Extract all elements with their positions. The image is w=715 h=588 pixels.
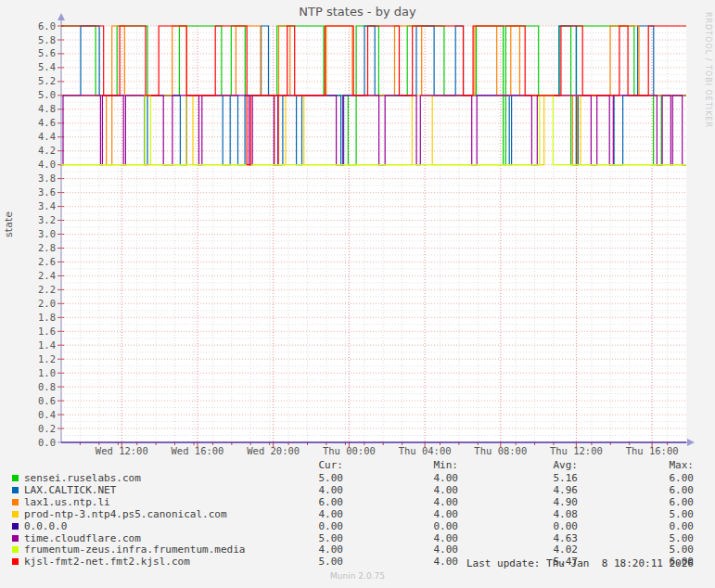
series-max: 6.00 — [582, 484, 694, 496]
last-update: Last update: Thu Jan 8 18:20:11 2026 — [466, 557, 694, 569]
legend: Cur: Min: Avg: Max: sensei.ruselabs.com5… — [0, 0, 715, 588]
series-color-swatch — [12, 546, 19, 553]
series-min: 4.00 — [347, 508, 458, 520]
series-max: 5.00 — [582, 532, 694, 544]
series-max: 6.00 — [582, 472, 694, 484]
legend-header: Cur: Min: Avg: Max: — [0, 459, 715, 471]
series-avg: 4.63 — [466, 532, 578, 544]
legend-header-cur: Cur: — [232, 459, 343, 471]
series-max: 5.00 — [582, 508, 694, 520]
series-color-swatch — [12, 487, 19, 493]
series-avg: 0.00 — [466, 520, 578, 532]
series-cur: 4.00 — [232, 484, 343, 496]
series-min: 4.00 — [347, 484, 458, 496]
legend-header-max: Max: — [582, 459, 694, 471]
series-cur: 0.00 — [232, 520, 343, 532]
series-label: frumentum-zeus.infra.frumentum.media — [24, 543, 245, 556]
legend-header-min: Min: — [347, 459, 458, 471]
series-min: 0.00 — [347, 520, 458, 532]
series-max: 0.00 — [582, 520, 694, 532]
legend-row: sensei.ruselabs.com5.004.005.166.00 — [0, 472, 715, 484]
series-cur: 4.00 — [232, 508, 343, 520]
series-avg: 4.96 — [466, 484, 578, 496]
series-cur: 5.00 — [232, 532, 343, 544]
series-color-swatch — [12, 535, 19, 542]
series-cur: 6.00 — [232, 496, 343, 508]
series-color-swatch — [12, 523, 19, 530]
legend-row: prod-ntp-3.ntp4.ps5.canonical.com4.004.0… — [0, 508, 715, 520]
series-color-swatch — [12, 558, 19, 565]
series-label: LAX.CALTICK.NET — [24, 484, 116, 496]
series-label: 0.0.0.0 — [24, 520, 67, 532]
series-cur: 4.00 — [232, 543, 343, 556]
legend-row: time.cloudflare.com5.004.004.635.00 — [0, 532, 715, 544]
series-label: time.cloudflare.com — [24, 532, 141, 544]
series-label: lax1.us.ntp.li — [24, 496, 110, 508]
series-cur: 5.00 — [232, 472, 343, 484]
legend-row: LAX.CALTICK.NET4.004.004.966.00 — [0, 484, 715, 496]
series-min: 4.00 — [347, 543, 458, 556]
series-max: 5.00 — [582, 543, 694, 556]
series-color-swatch — [12, 475, 19, 481]
series-label: prod-ntp-3.ntp4.ps5.canonical.com — [24, 508, 227, 520]
series-max: 6.00 — [582, 496, 694, 508]
series-label: kjsl-fmt2-net.fmt2.kjsl.com — [24, 556, 190, 568]
series-min: 4.00 — [347, 472, 458, 484]
series-cur: 5.00 — [232, 556, 343, 568]
legend-header-avg: Avg: — [466, 459, 578, 471]
legend-row: 0.0.0.00.000.000.000.00 — [0, 520, 715, 532]
series-avg: 4.02 — [466, 543, 578, 556]
series-label: sensei.ruselabs.com — [24, 472, 141, 484]
series-color-swatch — [12, 511, 19, 518]
legend-row: lax1.us.ntp.li6.004.004.906.00 — [0, 496, 715, 508]
series-avg: 4.08 — [466, 508, 578, 520]
series-min: 4.00 — [347, 556, 458, 568]
munin-ntp-graph: NTP states - by day state RRDTOOL / TOBI… — [0, 0, 715, 588]
series-min: 4.00 — [347, 532, 458, 544]
series-min: 4.00 — [347, 496, 458, 508]
series-color-swatch — [12, 499, 19, 505]
legend-row: frumentum-zeus.infra.frumentum.media4.00… — [0, 543, 715, 556]
series-avg: 4.90 — [466, 496, 578, 508]
series-avg: 5.16 — [466, 472, 578, 484]
munin-version: Munin 2.0.75 — [0, 571, 715, 581]
